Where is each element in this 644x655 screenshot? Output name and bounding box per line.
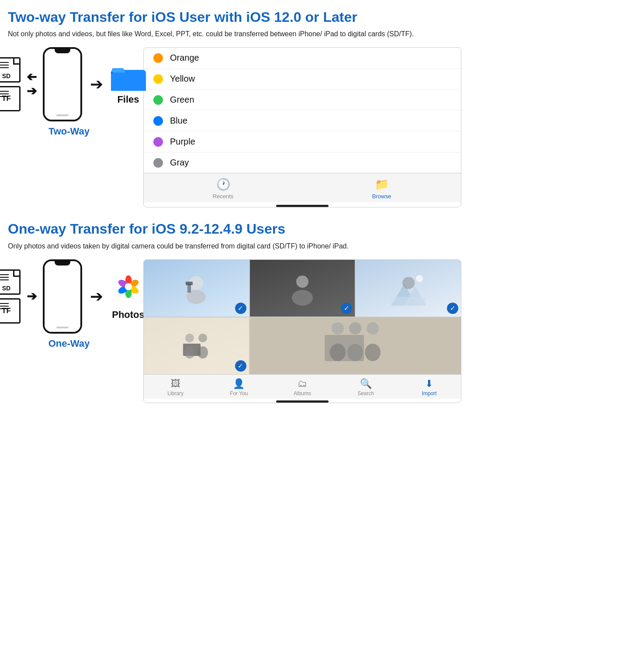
oneway-tf-lines bbox=[0, 303, 9, 309]
foryou-icon: 👤 bbox=[233, 378, 245, 390]
folder-icon bbox=[111, 64, 146, 92]
photos-bottom-bar: 🖼 Library 👤 For You 🗂 Albums 🔍 Search bbox=[144, 374, 461, 399]
photos-tab-library[interactable]: 🖼 Library bbox=[144, 375, 207, 399]
color-label-green: Green bbox=[170, 95, 194, 105]
green-dot bbox=[153, 95, 163, 105]
section2-desc: Only photos and videos taken by digital … bbox=[8, 241, 461, 252]
svg-rect-16 bbox=[186, 282, 193, 285]
iphone-notch bbox=[55, 49, 70, 53]
import-label: Import bbox=[422, 390, 436, 396]
photo-4-inner bbox=[144, 317, 249, 374]
oneway-iphone-home-bar bbox=[56, 327, 69, 328]
library-icon: 🖼 bbox=[171, 378, 180, 390]
oneway-tf-line bbox=[0, 303, 9, 304]
blue-dot bbox=[153, 116, 163, 126]
photo-cell-2: ✓ bbox=[250, 260, 355, 317]
photos-app-panel: ✓ ✓ bbox=[143, 259, 461, 403]
oneway-sd-line bbox=[0, 274, 9, 275]
iphone-device bbox=[43, 47, 82, 121]
sd-line bbox=[0, 65, 9, 66]
sd-tf-cards: SD TF bbox=[0, 57, 21, 111]
files-tab-recents[interactable]: 🕐 Recents bbox=[144, 173, 302, 202]
svg-rect-21 bbox=[391, 297, 426, 306]
one-way-label: One-Way bbox=[48, 338, 90, 349]
svg-rect-4 bbox=[112, 72, 145, 89]
section1-desc: Not only photos and videos, but files li… bbox=[8, 29, 461, 39]
color-label-blue: Blue bbox=[170, 116, 187, 126]
photos-icon bbox=[111, 272, 146, 307]
oneway-tf-line bbox=[0, 306, 9, 307]
svg-point-27 bbox=[184, 346, 195, 359]
files-app-label: Files bbox=[117, 94, 139, 105]
iphone-screen bbox=[45, 49, 80, 120]
oneway-sd-line bbox=[0, 279, 9, 280]
svg-point-26 bbox=[198, 334, 207, 342]
sd-lines bbox=[0, 62, 9, 68]
library-label: Library bbox=[167, 390, 184, 396]
oneway-sd-card: SD bbox=[0, 269, 21, 295]
albums-label: Albums bbox=[294, 390, 311, 396]
files-app-panel: Orange Yellow Green Blue bbox=[143, 47, 461, 207]
oneway-diagram-inner: SD TF ➔ bbox=[0, 259, 146, 334]
oneway-layout: SD TF ➔ bbox=[8, 259, 461, 403]
svg-point-31 bbox=[349, 322, 361, 334]
photo-cell-1: ✓ bbox=[144, 260, 249, 317]
files-tab-browse[interactable]: 📁 Browse bbox=[302, 173, 461, 202]
page-container: Two-way Transfer for iOS User with iOS 1… bbox=[0, 0, 469, 412]
import-icon: ⬇ bbox=[425, 378, 433, 390]
list-item: Blue bbox=[144, 110, 461, 131]
photos-tab-search[interactable]: 🔍 Search bbox=[334, 375, 398, 399]
color-label-orange: Orange bbox=[170, 53, 199, 63]
svg-point-25 bbox=[185, 334, 194, 342]
files-home-bar bbox=[276, 205, 329, 207]
photos-tab-foryou[interactable]: 👤 For You bbox=[207, 375, 270, 399]
svg-point-12 bbox=[125, 283, 132, 290]
section2-title: One-way Transfer for iOS 9.2-12.4.9 User… bbox=[8, 221, 461, 237]
oneway-tf-line bbox=[0, 308, 9, 309]
svg-point-30 bbox=[332, 322, 344, 334]
photos-app-label: Photos bbox=[112, 309, 145, 321]
tf-card: TF bbox=[0, 86, 21, 111]
oneway-sd-notch bbox=[13, 271, 19, 277]
svg-point-23 bbox=[402, 277, 415, 289]
section1-title: Two-way Transfer for iOS User with iOS 1… bbox=[8, 9, 461, 25]
photos-app-icon: Photos bbox=[111, 272, 146, 321]
photo-cell-4: ✓ bbox=[144, 317, 249, 374]
checkmark-2: ✓ bbox=[341, 303, 352, 314]
files-app-bottom-bar: 🕐 Recents 📁 Browse bbox=[144, 173, 461, 202]
arrow-to-files-icon: ➔ bbox=[90, 75, 103, 93]
twoway-arrows: ➔ ➔ bbox=[27, 71, 37, 97]
photo-2-inner bbox=[250, 260, 355, 317]
tf-line bbox=[0, 93, 9, 94]
oneway-sd-label: SD bbox=[2, 285, 10, 292]
sd-line bbox=[0, 62, 9, 63]
photo-5-inner bbox=[250, 317, 461, 374]
search-icon: 🔍 bbox=[360, 378, 372, 390]
svg-point-22 bbox=[416, 275, 423, 282]
oneway-iphone-screen bbox=[45, 261, 80, 332]
photos-tab-albums[interactable]: 🗂 Albums bbox=[270, 375, 334, 399]
search-label: Search bbox=[357, 390, 374, 396]
photos-tab-import[interactable]: ⬇ Import bbox=[398, 375, 461, 399]
iphone-home-bar bbox=[56, 114, 69, 116]
files-app-icon: Files bbox=[111, 64, 146, 105]
svg-point-35 bbox=[365, 344, 381, 361]
sd-card: SD bbox=[0, 57, 21, 83]
svg-point-28 bbox=[197, 346, 208, 359]
checkmark-3: ✓ bbox=[447, 303, 458, 314]
tf-lines bbox=[0, 91, 9, 97]
oneway-arrow-icon: ➔ bbox=[27, 290, 37, 303]
sd-line bbox=[0, 67, 9, 68]
orange-dot bbox=[153, 53, 163, 63]
arrow-right-icon: ➔ bbox=[27, 71, 37, 83]
sd-label: SD bbox=[2, 72, 10, 79]
svg-point-33 bbox=[330, 344, 346, 361]
foryou-label: For You bbox=[230, 390, 248, 396]
checkmark-1: ✓ bbox=[235, 303, 246, 314]
oneway-iphone-notch bbox=[55, 261, 70, 265]
color-label-purple: Purple bbox=[170, 137, 195, 147]
files-color-list: Orange Yellow Green Blue bbox=[144, 48, 461, 173]
svg-point-34 bbox=[347, 344, 363, 361]
photos-home-bar bbox=[276, 400, 329, 403]
oneway-diagram: SD TF ➔ bbox=[8, 259, 130, 349]
